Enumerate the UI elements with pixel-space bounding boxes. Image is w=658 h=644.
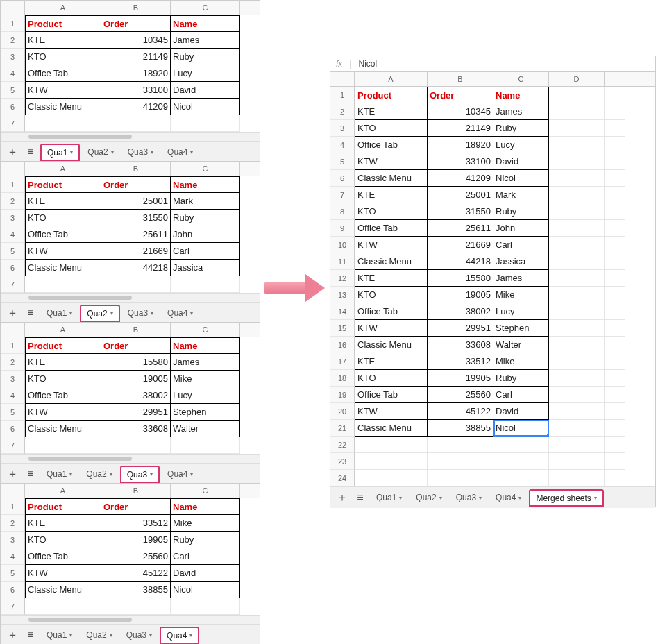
empty-cell[interactable] [605, 153, 625, 170]
sheet-tab-qua1[interactable]: Qua1▾ [371, 490, 407, 505]
empty-cell[interactable] [549, 287, 605, 303]
cell-order[interactable]: 29951 [101, 404, 171, 421]
cell-name[interactable]: Nicol [171, 99, 240, 115]
empty-cell[interactable] [101, 437, 171, 454]
empty-cell[interactable] [605, 370, 625, 387]
row-number[interactable]: 19 [330, 387, 355, 403]
cell-product[interactable]: KTO [355, 370, 428, 387]
cell-product[interactable]: KTO [355, 120, 428, 137]
row-number[interactable]: 4 [1, 548, 25, 565]
empty-cell[interactable] [549, 120, 605, 137]
col-B[interactable]: B [101, 162, 171, 176]
sheet-tab-qua4[interactable]: Qua4▾ [162, 305, 199, 321]
empty-cell[interactable] [549, 237, 605, 253]
row-number[interactable]: 6 [330, 170, 355, 187]
cell-order[interactable]: 44218 [101, 260, 171, 276]
empty-cell[interactable] [101, 115, 171, 132]
row-number[interactable]: 2 [1, 515, 25, 532]
cell-product[interactable]: Office Tab [25, 548, 101, 565]
row-number[interactable]: 2 [1, 354, 25, 371]
horizontal-scrollbar[interactable] [1, 615, 260, 624]
cell-name[interactable]: Lucy [171, 65, 240, 82]
cell-order[interactable]: 33608 [101, 421, 171, 437]
cell-product[interactable]: KTE [25, 515, 101, 532]
empty-cell[interactable] [605, 320, 625, 337]
cell-name[interactable]: Mike [171, 515, 240, 532]
row-number[interactable]: 2 [330, 103, 355, 120]
col-A[interactable]: A [355, 72, 428, 86]
select-all-corner[interactable] [1, 323, 25, 337]
cell-order[interactable]: 25560 [101, 548, 171, 565]
select-all-corner[interactable] [330, 72, 355, 86]
row-number[interactable]: 3 [1, 210, 25, 226]
empty-cell[interactable] [605, 437, 625, 453]
empty-cell[interactable] [171, 276, 240, 293]
header-product[interactable]: Product [25, 176, 101, 193]
col-B[interactable]: B [101, 323, 171, 337]
formula-bar[interactable]: fx|Nicol [330, 56, 655, 72]
cell-order[interactable]: 19905 [101, 532, 171, 548]
header-order[interactable]: Order [101, 498, 171, 515]
cell-order[interactable]: 41209 [101, 99, 171, 115]
select-all-corner[interactable] [1, 484, 25, 498]
empty-cell[interactable] [171, 115, 240, 132]
empty-cell[interactable] [605, 137, 625, 153]
cell-product[interactable]: KTE [355, 353, 428, 370]
cell-order[interactable]: 25611 [101, 226, 171, 243]
row-number[interactable]: 7 [1, 276, 25, 293]
sheet-tab-qua1[interactable]: Qua1▾ [41, 305, 78, 321]
header-product[interactable]: Product [25, 337, 101, 354]
cell-name[interactable]: Ruby [171, 49, 240, 65]
cell-name[interactable]: John [171, 226, 240, 243]
row-number[interactable]: 6 [1, 260, 25, 276]
col-B[interactable]: B [101, 484, 171, 498]
row-number[interactable]: 2 [1, 193, 25, 210]
row-number[interactable]: 14 [330, 303, 355, 320]
sheet-tab-qua1[interactable]: Qua1▾ [41, 627, 78, 643]
empty-cell[interactable] [605, 120, 625, 137]
empty-cell[interactable] [549, 403, 605, 420]
empty-cell[interactable] [25, 437, 101, 454]
header-name[interactable]: Name [171, 337, 240, 354]
empty-cell[interactable] [171, 437, 240, 454]
row-number[interactable]: 6 [1, 99, 25, 115]
cell-order[interactable]: 15580 [428, 270, 494, 287]
cell-product[interactable]: Classic Menu [25, 99, 101, 115]
horizontal-scrollbar[interactable] [1, 132, 260, 141]
row-number[interactable]: 3 [1, 371, 25, 387]
empty-cell[interactable] [549, 153, 605, 170]
sheet-tab-qua1[interactable]: Qua1▾ [41, 466, 78, 482]
cell-name[interactable]: Carl [494, 387, 549, 403]
col-C[interactable]: C [171, 162, 240, 176]
sheet-tab-merged-sheets[interactable]: Merged sheets▾ [530, 490, 602, 506]
cell-name[interactable]: Walter [171, 421, 240, 437]
cell-order[interactable]: 38002 [101, 387, 171, 404]
cell-product[interactable]: KTW [355, 320, 428, 337]
row-number[interactable]: 16 [330, 337, 355, 353]
empty-cell[interactable] [549, 270, 605, 287]
cell-name[interactable]: David [494, 403, 549, 420]
empty-cell[interactable] [605, 337, 625, 353]
cell-order[interactable]: 38855 [101, 582, 171, 598]
empty-cell[interactable] [605, 353, 625, 370]
cell-name[interactable]: Jassica [171, 260, 240, 276]
empty-cell[interactable] [549, 220, 605, 237]
empty-cell[interactable] [605, 103, 625, 120]
cell-order[interactable]: 25001 [428, 187, 494, 203]
col-C[interactable]: C [171, 484, 240, 498]
row-number[interactable]: 8 [330, 203, 355, 220]
sheet-tab-qua4[interactable]: Qua4▾ [162, 144, 199, 160]
cell-name[interactable]: Nicol [494, 420, 549, 437]
cell-name[interactable]: Stephen [171, 404, 240, 421]
cell-name[interactable]: James [494, 103, 549, 120]
cell-product[interactable]: KTW [25, 565, 101, 582]
cell-name[interactable]: Ruby [494, 203, 549, 220]
row-number[interactable]: 7 [1, 437, 25, 454]
row-number[interactable]: 23 [330, 453, 355, 470]
add-sheet-button[interactable]: ＋ [5, 305, 20, 321]
header-product[interactable]: Product [25, 498, 101, 515]
empty-cell[interactable] [605, 387, 625, 403]
cell-name[interactable]: Stephen [494, 320, 549, 337]
header-order[interactable]: Order [101, 176, 171, 193]
row-number[interactable]: 9 [330, 220, 355, 237]
